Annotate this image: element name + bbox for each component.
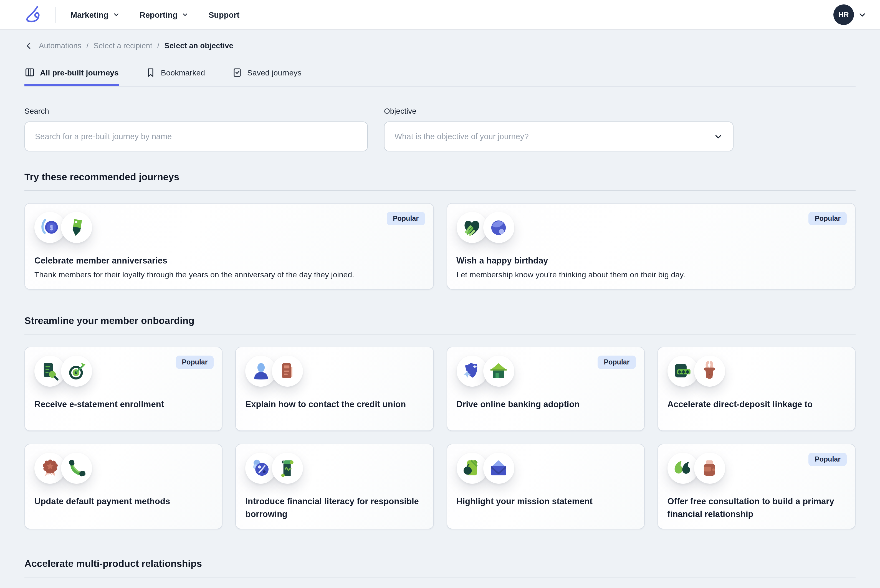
journey-card[interactable]: Popular Celebrate member anniversaries T… <box>24 203 434 290</box>
breadcrumb: Automations/Select a recipient/Select an… <box>24 41 856 51</box>
objective-select[interactable]: What is the objective of your journey? <box>384 122 733 152</box>
section-divider <box>24 190 856 191</box>
card-grid: Popular Receive e-statement enrollment E… <box>24 347 856 529</box>
journey-card[interactable]: Update default payment methods <box>24 444 223 529</box>
target-arrow-icon <box>61 356 92 387</box>
price-tag-icon <box>61 212 92 243</box>
journey-card-title: Explain how to contact the credit union <box>246 398 424 411</box>
top-nav: Marketing Reporting Support HR <box>0 0 880 29</box>
nav-link-label: Reporting <box>140 10 177 19</box>
journey-card-title: Receive e-statement enrollment <box>35 398 213 411</box>
envelope-icon <box>483 453 514 484</box>
heart-hand-icon <box>457 212 487 243</box>
tab-all-pre-built-journeys[interactable]: All pre-built journeys <box>24 67 119 86</box>
journey-section: Accelerate multi-product relationships <box>24 558 856 578</box>
breadcrumb-separator: / <box>86 42 89 50</box>
journey-card-title: Update default payment methods <box>35 495 213 508</box>
back-chevron-icon <box>24 41 34 51</box>
sphere-icon <box>483 212 514 243</box>
section-title: Streamline your member onboarding <box>24 315 856 327</box>
tab-bookmarked[interactable]: Bookmarked <box>146 67 205 86</box>
objective-placeholder: What is the objective of your journey? <box>395 132 529 141</box>
apple-card-icon <box>457 453 487 484</box>
nav-link-label: Marketing <box>71 10 108 19</box>
card-icons <box>35 453 213 484</box>
journey-card[interactable]: Popular Receive e-statement enrollment <box>24 347 223 431</box>
tab-label: All pre-built journeys <box>40 68 119 77</box>
tab-bar: All pre-built journeys Bookmarked Saved … <box>24 67 856 87</box>
journey-section: Streamline your member onboarding Popula… <box>24 315 856 529</box>
nav-link-support[interactable]: Support <box>209 10 239 19</box>
nav-link-label: Support <box>209 10 239 19</box>
back-button[interactable] <box>24 41 34 51</box>
journey-card[interactable]: Introduce financial literacy for respons… <box>236 444 434 529</box>
journey-card-title: Celebrate member anniversaries <box>35 255 423 267</box>
card-icons <box>667 356 846 387</box>
journey-card[interactable]: Explain how to contact the credit union <box>236 347 434 431</box>
nav-link-reporting[interactable]: Reporting <box>140 10 189 19</box>
page: Marketing Reporting Support HR Automatio… <box>0 0 880 588</box>
journey-card[interactable]: Popular Drive online banking adoption <box>446 347 645 431</box>
journey-card-title: Highlight your mission statement <box>457 495 635 508</box>
objective-label: Objective <box>384 106 733 116</box>
chevron-down-icon <box>858 10 866 19</box>
nav-divider <box>56 7 56 22</box>
objective-field-group: Objective What is the objective of your … <box>384 106 733 152</box>
journey-card[interactable]: Popular Wish a happy birthday Let member… <box>446 203 856 290</box>
popular-badge: Popular <box>176 356 213 369</box>
house-icon <box>483 356 514 387</box>
section-title: Try these recommended journeys <box>24 171 856 183</box>
search-label: Search <box>24 106 368 116</box>
journey-card[interactable]: Accelerate direct-deposit linkage to <box>658 347 856 431</box>
journey-card-title: Offer free consultation to build a prima… <box>667 495 846 520</box>
tab-label: Bookmarked <box>161 68 205 77</box>
magic-hat-icon <box>694 356 725 387</box>
popular-badge: Popular <box>809 453 847 466</box>
journey-card-description: Thank members for their loyalty through … <box>35 269 423 280</box>
saved-journeys-icon <box>232 67 242 78</box>
card-password-icon <box>667 356 698 387</box>
section-divider <box>24 577 856 578</box>
breadcrumb-item-select-an-objective: Select an objective <box>164 42 233 50</box>
avatar[interactable]: HR <box>833 4 854 25</box>
journey-card[interactable]: Popular Offer free consultation to build… <box>658 444 856 529</box>
chevron-down-icon <box>113 11 120 18</box>
breadcrumb-item-automations[interactable]: Automations <box>39 42 81 50</box>
popular-badge: Popular <box>598 356 635 369</box>
scroll-icon <box>272 453 303 484</box>
search-input[interactable] <box>24 122 368 152</box>
main-content: Automations/Select a recipient/Select an… <box>0 41 880 578</box>
wallet-icon <box>694 453 725 484</box>
grid-columns-icon <box>24 67 35 78</box>
filter-bar: Search Objective What is the objective o… <box>24 106 856 152</box>
journey-card[interactable]: Highlight your mission statement <box>446 444 645 529</box>
tab-saved-journeys[interactable]: Saved journeys <box>232 67 302 86</box>
popular-badge: Popular <box>809 212 847 225</box>
journey-card-title: Accelerate direct-deposit linkage to <box>667 398 846 411</box>
journey-section: Try these recommended journeys Popular C… <box>24 171 856 290</box>
card-icons <box>35 212 423 243</box>
tab-label: Saved journeys <box>247 68 302 77</box>
journey-card-title: Drive online banking adoption <box>457 398 635 411</box>
popular-badge: Popular <box>387 212 425 225</box>
nav-link-marketing[interactable]: Marketing <box>71 10 120 19</box>
brochure-icon <box>272 356 303 387</box>
section-title: Accelerate multi-product relationships <box>24 558 856 570</box>
chevron-down-icon <box>713 132 723 141</box>
journey-card-title: Wish a happy birthday <box>457 255 845 267</box>
breadcrumb-item-select-a-recipient[interactable]: Select a recipient <box>93 42 152 50</box>
account-menu[interactable]: HR <box>833 4 866 25</box>
phone-icon <box>61 453 92 484</box>
nav-menu: Marketing Reporting Support <box>71 10 260 19</box>
quotes-icon <box>667 453 698 484</box>
search-field-group: Search <box>24 106 368 152</box>
section-divider <box>24 334 856 334</box>
breadcrumb-separator: / <box>157 42 159 50</box>
brand-logo[interactable] <box>24 5 44 25</box>
bookmark-icon <box>146 67 156 78</box>
chevron-down-icon <box>182 11 189 18</box>
journey-card-title: Introduce financial literacy for respons… <box>246 495 424 520</box>
bird-logo-icon <box>24 5 44 25</box>
card-icons <box>246 453 424 484</box>
card-icons <box>457 453 635 484</box>
